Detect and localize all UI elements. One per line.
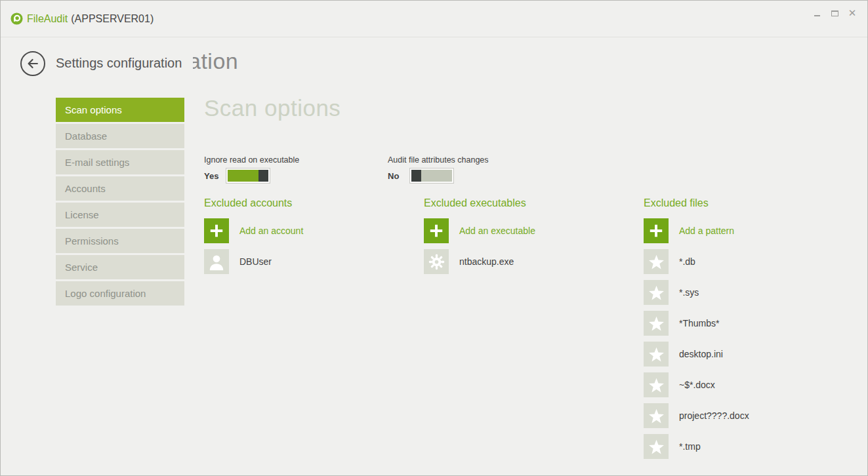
toggle-value: Yes	[204, 171, 226, 181]
column-excluded-accounts: Excluded accountsAdd an accountDBUser	[204, 197, 424, 465]
star-icon	[644, 434, 669, 459]
back-arrow-icon	[26, 56, 40, 71]
column-excluded-files: Excluded filesAdd a pattern*.db*.sys*Thu…	[644, 197, 860, 465]
add-an-executable-button[interactable]: Add an executable	[424, 218, 644, 243]
sidebar-item-permissions[interactable]: Permissions	[56, 229, 184, 253]
list-item[interactable]: *.tmp	[644, 434, 860, 459]
item-label: *Thumbs*	[679, 318, 719, 328]
add-label: Add an executable	[459, 226, 535, 236]
list-item[interactable]: DBUser	[204, 249, 424, 274]
sidebar-item-license[interactable]: License	[56, 203, 184, 227]
fileaudit-logo-icon	[10, 12, 23, 25]
sidebar-item-service[interactable]: Service	[56, 255, 184, 279]
plus-icon	[424, 218, 449, 243]
sidebar-item-accounts[interactable]: Accounts	[56, 176, 184, 201]
page-header: Settings configuration ation	[1, 49, 867, 82]
add-label: Add a pattern	[679, 226, 734, 236]
sidebar-item-e-mail-settings[interactable]: E-mail settings	[56, 150, 184, 174]
toggle-group-audit-file-attributes-changes: Audit file attributes changesNo	[388, 155, 571, 184]
list-item[interactable]: desktop.ini	[644, 342, 860, 367]
list-item[interactable]: ~$*.docx	[644, 372, 860, 397]
star-icon	[644, 403, 669, 428]
toggle-label: Ignore read on executable	[204, 155, 388, 165]
column-excluded-executables: Excluded executablesAdd an executablentb…	[424, 197, 644, 465]
toggle-group-ignore-read-on-executable: Ignore read on executableYes	[204, 155, 388, 184]
toggle-switch-audit-file-attributes-changes[interactable]	[409, 168, 454, 184]
window-controls: ✕	[812, 9, 857, 18]
gear-icon	[424, 249, 449, 274]
list-item[interactable]: project????.docx	[644, 403, 860, 428]
star-icon	[644, 342, 669, 367]
item-label: *.sys	[679, 287, 699, 298]
toggle-value: No	[388, 171, 409, 181]
sidebar-item-logo-configuration[interactable]: Logo configuration	[56, 281, 184, 306]
item-label: project????.docx	[679, 410, 749, 421]
item-label: *.tmp	[679, 441, 701, 452]
settings-nav: Scan optionsDatabaseE-mail settingsAccou…	[56, 98, 184, 307]
add-an-account-button[interactable]: Add an account	[204, 218, 424, 243]
item-label: ~$*.docx	[679, 380, 715, 390]
section-heading: Scan options	[204, 95, 341, 121]
column-title: Excluded accounts	[204, 197, 424, 209]
maximize-icon[interactable]	[830, 9, 839, 18]
star-icon	[644, 280, 669, 305]
app-window: FileAudit (APPSERVER01) ✕ Settings confi…	[0, 0, 868, 476]
column-title: Excluded files	[644, 197, 860, 209]
list-item[interactable]: ntbackup.exe	[424, 249, 644, 274]
toggle-options: Ignore read on executableYesAudit file a…	[204, 155, 571, 184]
plus-icon	[204, 218, 229, 243]
sidebar-item-scan-options[interactable]: Scan options	[56, 98, 184, 122]
minimize-icon[interactable]	[812, 9, 821, 18]
column-title: Excluded executables	[424, 197, 644, 209]
star-icon	[644, 249, 669, 274]
add-label: Add an account	[239, 226, 303, 236]
titlebar: FileAudit (APPSERVER01) ✕	[1, 1, 867, 37]
user-icon	[204, 249, 229, 274]
item-label: *.db	[679, 256, 695, 267]
plus-icon	[644, 218, 669, 243]
server-name: (APPSERVER01)	[71, 13, 154, 25]
list-item[interactable]: *Thumbs*	[644, 311, 860, 336]
page-title: Settings configuration	[56, 56, 182, 71]
exclusion-columns: Excluded accountsAdd an accountDBUserExc…	[204, 197, 867, 465]
star-icon	[644, 311, 669, 336]
list-item[interactable]: *.sys	[644, 280, 860, 305]
list-item[interactable]: *.db	[644, 249, 860, 274]
add-a-pattern-button[interactable]: Add a pattern	[644, 218, 860, 243]
sidebar-item-database[interactable]: Database	[56, 124, 184, 148]
star-icon	[644, 372, 669, 397]
toggle-switch-ignore-read-on-executable[interactable]	[226, 168, 270, 184]
item-label: desktop.ini	[679, 349, 723, 359]
item-label: DBUser	[239, 256, 272, 267]
transition-ghost-text: ation	[193, 49, 278, 79]
close-icon[interactable]: ✕	[848, 9, 857, 18]
item-label: ntbackup.exe	[459, 256, 514, 267]
app-title: FileAudit	[27, 13, 68, 25]
back-button[interactable]	[20, 51, 45, 76]
toggle-label: Audit file attributes changes	[388, 155, 571, 165]
